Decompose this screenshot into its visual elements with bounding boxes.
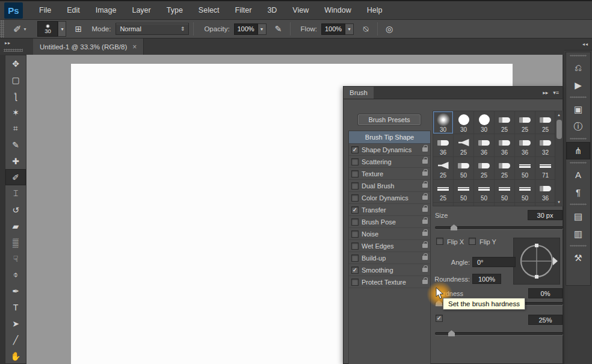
brush-tip-cell[interactable]: 30 xyxy=(474,111,495,134)
tool-smudge[interactable]: ☟ xyxy=(5,250,26,267)
brush-tip-cell[interactable]: 25 xyxy=(515,111,535,134)
brush-tip-cell[interactable]: 50 xyxy=(495,180,515,203)
setting-noise[interactable]: Noise xyxy=(349,228,430,240)
dual-brush-checkbox[interactable] xyxy=(351,182,359,190)
protect-texture-checkbox[interactable] xyxy=(351,279,359,286)
tool-history-brush[interactable]: ↺ xyxy=(5,202,26,218)
roundness-input[interactable]: 100% xyxy=(472,274,501,284)
setting-shape-dynamics[interactable]: ✓Shape Dynamics xyxy=(349,144,430,156)
dock-paragraph-button[interactable]: ¶ xyxy=(566,184,590,201)
dock-history-button[interactable]: ⎌ xyxy=(566,59,590,76)
menu-image[interactable]: Image xyxy=(88,1,125,19)
brush-tip-cell[interactable]: 36 xyxy=(495,134,515,157)
unlock-icon[interactable] xyxy=(422,184,428,188)
unlock-icon[interactable] xyxy=(422,256,428,260)
setting-transfer[interactable]: ✓Transfer xyxy=(349,204,430,216)
brush-tip-cell[interactable]: 25 xyxy=(433,157,454,180)
unlock-icon[interactable] xyxy=(422,208,428,212)
grid-scrollbar[interactable]: ▲ ▼ xyxy=(555,111,563,206)
menu-3d[interactable]: 3D xyxy=(259,1,285,19)
tool-quick-selection[interactable]: ✶ xyxy=(5,104,26,120)
spacing-slider-thumb[interactable] xyxy=(448,330,455,336)
wet-edges-checkbox[interactable] xyxy=(351,242,359,250)
unlock-icon[interactable] xyxy=(422,232,428,236)
transfer-checkbox[interactable]: ✓ xyxy=(351,206,359,214)
menu-type[interactable]: Type xyxy=(159,1,191,19)
opacity-dropdown-button[interactable]: ▾ xyxy=(258,23,267,35)
dock-grip[interactable] xyxy=(570,242,587,249)
menu-layer[interactable]: Layer xyxy=(124,1,158,19)
opacity-input[interactable]: 100% xyxy=(234,23,258,35)
spacing-input[interactable]: 25% xyxy=(528,315,563,325)
brush-tip-cell[interactable] xyxy=(454,203,474,206)
menu-filter[interactable]: Filter xyxy=(227,1,260,19)
brush-tip-cell[interactable]: 36 xyxy=(535,180,556,203)
angle-roundness-control[interactable] xyxy=(513,238,560,285)
smoothing-checkbox[interactable]: ✓ xyxy=(351,267,359,274)
blend-mode-select[interactable]: Normal ⇕ xyxy=(116,23,189,35)
dock-character-button[interactable]: A xyxy=(566,166,590,184)
tool-spot-healing[interactable]: ✚ xyxy=(5,153,26,169)
flow-input[interactable]: 100% xyxy=(321,23,345,35)
unlock-icon[interactable] xyxy=(422,280,428,284)
brush-tip-cell[interactable]: 50 xyxy=(515,180,535,203)
spacing-checkbox[interactable]: ✓ xyxy=(436,315,443,322)
flow-dropdown-button[interactable]: ▾ xyxy=(345,23,354,35)
tool-move[interactable]: ✥ xyxy=(5,55,26,72)
unlock-icon[interactable] xyxy=(422,171,428,176)
shape-dynamics-checkbox[interactable]: ✓ xyxy=(351,146,359,153)
unlock-icon[interactable] xyxy=(422,196,428,200)
noise-checkbox[interactable] xyxy=(351,230,359,238)
build-up-checkbox[interactable] xyxy=(351,254,359,262)
dock-grip[interactable] xyxy=(570,201,587,208)
tool-dodge[interactable]: ⌽ xyxy=(5,267,26,283)
scrollbar-thumb[interactable] xyxy=(557,120,562,139)
tool-clone-stamp[interactable]: ⌶ xyxy=(5,185,26,202)
menu-edit[interactable]: Edit xyxy=(59,1,88,19)
brush-tip-cell[interactable]: 25 xyxy=(474,157,495,180)
unlock-icon[interactable] xyxy=(422,268,428,272)
setting-color-dynamics[interactable]: Color Dynamics xyxy=(349,192,430,204)
menu-file[interactable]: File xyxy=(31,1,59,19)
color-dynamics-checkbox[interactable] xyxy=(351,194,359,202)
brush-tip-cell[interactable]: 25 xyxy=(495,111,515,134)
dock-brush-panel-button[interactable]: ⋔ xyxy=(566,142,590,159)
dock-grip[interactable] xyxy=(570,159,587,166)
tool-line[interactable]: ╱ xyxy=(5,332,26,348)
menu-help[interactable]: Help xyxy=(359,1,390,19)
close-icon[interactable]: × xyxy=(132,43,137,51)
tablet-opacity-pressure-icon[interactable]: ✎ xyxy=(271,22,286,35)
tool-preset-picker[interactable]: ✐ ▾ xyxy=(10,22,29,36)
scroll-down-icon[interactable]: ▼ xyxy=(557,199,561,206)
setting-protect-texture[interactable]: Protect Texture xyxy=(349,276,430,288)
brush-tip-cell[interactable]: 25 xyxy=(433,180,454,203)
tool-rectangular-marquee[interactable]: ▢ xyxy=(5,72,26,88)
airbrush-icon[interactable]: ◎ xyxy=(382,22,396,35)
dock-notes-button[interactable]: ▥ xyxy=(566,225,590,242)
brush-tip-cell[interactable]: 50 xyxy=(515,157,535,180)
menu-window[interactable]: Window xyxy=(316,1,359,19)
tool-pen[interactable]: ✒ xyxy=(5,283,26,299)
brush-tip-cell[interactable]: 36 xyxy=(515,134,535,157)
dock-actions-button[interactable]: ▶ xyxy=(566,76,590,94)
setting-smoothing[interactable]: ✓Smoothing xyxy=(349,264,430,276)
brush-tip-cell[interactable]: 50 xyxy=(454,157,474,180)
tool-eyedropper[interactable]: ✎ xyxy=(5,137,26,153)
brush-presets-button[interactable]: Brush Presets xyxy=(358,114,421,125)
brush-tip-cell[interactable]: 32 xyxy=(535,134,556,157)
toolbar-grip[interactable] xyxy=(4,49,23,52)
size-slider-thumb[interactable] xyxy=(451,224,457,230)
dock-collapse-icon[interactable]: ◂◂ xyxy=(564,39,592,51)
toolbar-expand-icon[interactable]: ▸▸ xyxy=(5,40,11,46)
panel-menu-icon[interactable]: ▾≡ xyxy=(553,90,559,96)
unlock-icon[interactable] xyxy=(422,220,428,224)
setting-build-up[interactable]: Build-up xyxy=(349,252,430,264)
tool-path-selection[interactable]: ➤ xyxy=(5,315,26,332)
tablet-size-pressure-icon[interactable]: ⍉ xyxy=(359,22,373,35)
dock-3d-materials-button[interactable]: ▣ xyxy=(566,100,590,118)
setting-scattering[interactable]: Scattering xyxy=(349,156,430,168)
tool-gradient[interactable]: ▒ xyxy=(5,234,26,250)
brush-tip-cell[interactable]: 36 xyxy=(433,134,454,157)
texture-checkbox[interactable] xyxy=(351,170,359,177)
dock-grip[interactable] xyxy=(570,52,587,59)
